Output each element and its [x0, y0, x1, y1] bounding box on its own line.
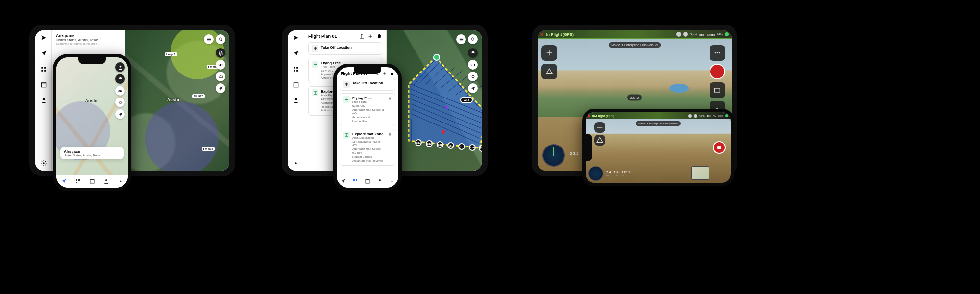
- layers-button[interactable]: [115, 74, 125, 84]
- gimbal-button[interactable]: [541, 45, 557, 61]
- gps-icon: [676, 32, 681, 37]
- grid-icon: [343, 132, 350, 139]
- nav-navigate[interactable]: [61, 177, 67, 186]
- navigate-icon[interactable]: [292, 49, 300, 58]
- phone-inflight: × In-Flight (GPS) GPS ▮▮▮ HD 84% Mavic 3…: [582, 109, 734, 186]
- airspace-zone-blue[interactable]: [145, 102, 219, 171]
- view-2d-button[interactable]: 2D: [468, 60, 478, 70]
- airspace-map[interactable]: Austin FM 969 Loop 1 FM 973 FM 535 2D: [125, 30, 229, 171]
- mission-card-flying-free[interactable]: Flying Free Free Flight 63 m ATL Approac…: [340, 93, 395, 126]
- delete-icon[interactable]: [390, 71, 394, 76]
- list-button[interactable]: [456, 34, 466, 44]
- settings-icon[interactable]: [292, 159, 300, 168]
- search-button[interactable]: [216, 34, 225, 44]
- svg-point-16: [379, 179, 381, 181]
- locate-button[interactable]: [115, 109, 125, 119]
- waypoint-marker[interactable]: 180: [447, 142, 454, 149]
- nav-pilot[interactable]: [103, 177, 109, 186]
- obstacle-button[interactable]: [594, 135, 605, 146]
- pin-icon: [312, 45, 318, 52]
- poi-marker[interactable]: [444, 104, 449, 111]
- waypoint-marker[interactable]: 182: [426, 140, 433, 147]
- calendar-icon[interactable]: [292, 80, 300, 89]
- delete-icon[interactable]: [388, 96, 392, 100]
- record-button[interactable]: [713, 141, 726, 154]
- pin-icon: [343, 81, 350, 88]
- panel-title: Airspace: [56, 33, 121, 38]
- gallery-button[interactable]: [710, 82, 725, 98]
- view-2d-button[interactable]: 2D: [216, 60, 225, 70]
- city-label: Austin: [85, 98, 98, 103]
- close-button[interactable]: ×: [588, 114, 590, 118]
- weather-button[interactable]: [216, 72, 225, 81]
- mission-icon[interactable]: [292, 65, 300, 74]
- close-button[interactable]: ×: [540, 32, 543, 37]
- svg-point-3: [119, 65, 121, 67]
- nav-settings[interactable]: [389, 177, 395, 186]
- svg-point-1: [43, 162, 45, 164]
- waypoint-altitude-pill[interactable]: 72.3: [460, 97, 473, 103]
- locate-button[interactable]: [468, 83, 478, 93]
- locate-button[interactable]: [216, 83, 225, 93]
- phone-info-card[interactable]: Airspace United States, Austin, Texas: [60, 147, 124, 159]
- delete-icon[interactable]: [376, 33, 382, 39]
- search-button[interactable]: [468, 34, 478, 44]
- list-button[interactable]: [204, 34, 214, 44]
- takeoff-card[interactable]: Take Off Location: [340, 78, 395, 91]
- calendar-icon[interactable]: [39, 80, 48, 89]
- waypoint-marker[interactable]: 178: [469, 144, 476, 151]
- weather-button[interactable]: [468, 72, 478, 81]
- status-dot-icon: [725, 114, 728, 117]
- svg-point-18: [715, 52, 716, 54]
- waypoint-marker[interactable]: 179: [458, 143, 465, 150]
- nav-mission[interactable]: [75, 177, 81, 186]
- takeoff-label: Take Off Location: [352, 81, 392, 85]
- nav-navigate[interactable]: [340, 177, 346, 186]
- compass[interactable]: [542, 144, 565, 167]
- layers-button[interactable]: [216, 48, 225, 58]
- navigate-icon[interactable]: [39, 49, 48, 58]
- mission-icon[interactable]: [39, 65, 48, 74]
- svg-rect-15: [366, 179, 369, 183]
- map-side-buttons: 2D: [468, 48, 478, 93]
- waypoint-marker[interactable]: 183: [415, 139, 422, 146]
- waypoint-marker[interactable]: [433, 54, 440, 61]
- nav-calendar[interactable]: [89, 177, 95, 186]
- layers-button[interactable]: [468, 48, 478, 58]
- map-top-buttons: [204, 34, 225, 44]
- panel-hint: Searching for flights in this area…: [56, 42, 121, 45]
- takeoff-label: Take Off Location: [321, 45, 379, 49]
- weather-button[interactable]: [115, 98, 125, 107]
- user-button[interactable]: [115, 62, 125, 72]
- bird-icon: [312, 61, 318, 68]
- svg-rect-21: [715, 88, 720, 92]
- pilot-icon[interactable]: [39, 96, 48, 105]
- settings-icon[interactable]: [39, 159, 48, 168]
- poi-marker[interactable]: [441, 128, 446, 136]
- record-button[interactable]: [710, 64, 725, 79]
- waypoint-marker[interactable]: 181: [437, 141, 443, 148]
- nav-calendar[interactable]: [365, 177, 370, 186]
- add-icon[interactable]: [382, 71, 387, 76]
- gimbal-button[interactable]: [594, 122, 605, 133]
- nav-pilot[interactable]: [377, 177, 383, 186]
- svg-point-20: [719, 52, 720, 54]
- view-2d-button[interactable]: 2D: [115, 86, 125, 96]
- nav-settings[interactable]: [118, 177, 123, 186]
- phone-airspace-map[interactable]: Austin 2D Airspace United States, Austin…: [56, 57, 128, 175]
- compass[interactable]: [588, 166, 603, 181]
- nav-mission[interactable]: [352, 177, 358, 186]
- add-icon[interactable]: [368, 33, 373, 39]
- distance-chip: 0.0 M: [627, 95, 642, 101]
- phone-airspace: Austin 2D Airspace United States, Austin…: [53, 54, 131, 191]
- menu-button[interactable]: [710, 45, 725, 61]
- svg-point-19: [717, 52, 718, 54]
- takeoff-card[interactable]: Take Off Location: [308, 42, 382, 55]
- drone-model-chip: Mavic 3 Enterprise Dual-Visual: [609, 42, 661, 48]
- pilot-icon[interactable]: [292, 96, 300, 105]
- rename-icon[interactable]: [359, 33, 365, 39]
- mission-card-explore[interactable]: Explore that Zone Area Exploration 184 w…: [340, 129, 395, 166]
- obstacle-button[interactable]: [541, 64, 557, 79]
- flight-topbar: × In-Flight (GPS) Sport ▮▮▮ HD ▮▮▮ 74%: [538, 30, 732, 39]
- delete-icon[interactable]: [388, 132, 392, 136]
